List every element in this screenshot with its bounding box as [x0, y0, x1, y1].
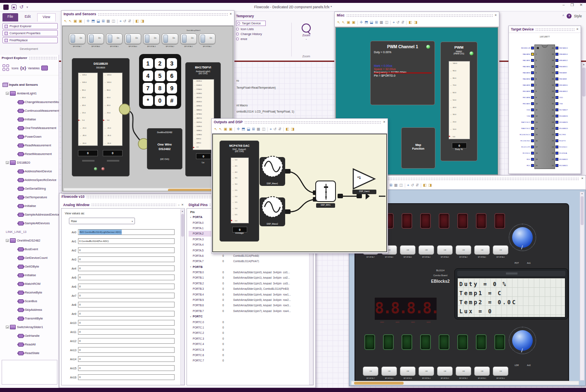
porta-toggle-button[interactable]: Off: [400, 245, 416, 255]
tree-item[interactable]: ReadAll: [0, 340, 59, 349]
tree-item[interactable]: SwitchArraySlider1: [0, 323, 59, 331]
tree-item[interactable]: OneTimeMeasurement: [0, 124, 59, 132]
panel-toolbar-icon[interactable]: ⇵: [128, 19, 131, 23]
digital-pin-row[interactable]: ▾ PORTB.1 0 SwitchArraySlider1(pin1), ke…: [189, 275, 313, 280]
chip-pin[interactable]: RE1/AN6 9: [510, 94, 539, 101]
chip-pin[interactable]: 29 RD6/AN26: [550, 113, 581, 119]
channel-value-input[interactable]: 0: [78, 302, 175, 307]
portb-toggle-button[interactable]: Off: [493, 366, 508, 376]
channel-value-input[interactable]: 0: [78, 374, 175, 380]
tree-item[interactable]: ReceiveByte: [0, 288, 59, 297]
panel-toolbar-icon[interactable]: ⇵: [401, 21, 404, 24]
board-horizontal-scrollbar[interactable]: [351, 381, 579, 385]
tree-item[interactable]: GetTemperature: [0, 193, 59, 202]
channel-value-input[interactable]: 0: [78, 365, 175, 371]
tree-item[interactable]: MatchROM: [0, 279, 59, 288]
keypad-key[interactable]: 3: [167, 58, 177, 69]
porta-toggle-button[interactable]: Off: [474, 245, 490, 255]
panel-toolbar-icon[interactable]: |: [421, 183, 422, 187]
channel-value-input[interactable]: 0: [78, 265, 175, 271]
panel-toolbar-icon[interactable]: ✛: [237, 127, 240, 131]
panel-toolbar-icon[interactable]: ⇵: [278, 127, 281, 131]
tree-item[interactable]: LINK_LINE_13: [0, 228, 59, 236]
digital-pin-row[interactable]: ▾ PORTC.0 0: [189, 319, 313, 324]
panel-toolbar-icon[interactable]: ▣: [229, 127, 233, 131]
channel-value-input[interactable]: 0: [78, 293, 175, 298]
panel-toolbar-icon[interactable]: ▦: [380, 21, 383, 24]
dsp-wave2-component[interactable]: DSP_Wave2: [260, 197, 285, 226]
portb-toggle-button[interactable]: Off: [400, 366, 416, 376]
panel-toolbar-icon[interactable]: ◫: [399, 183, 403, 187]
panel-toolbar-icon[interactable]: ◧: [135, 19, 139, 23]
ribbon-button[interactable]: Project Explorer: [2, 23, 58, 29]
chip-pin[interactable]: 24 RC5/SDO: [550, 144, 581, 150]
digital-pin-row[interactable]: ▾ PORTC.5 0: [189, 347, 313, 352]
tree-item[interactable]: ContinuousMeasurement: [0, 106, 59, 115]
toggle-switch[interactable]: On: [199, 33, 215, 44]
channel-value-input[interactable]: 0: [78, 347, 175, 353]
switch-lever[interactable]: [145, 35, 149, 43]
tree-item[interactable]: Inputs and Sensors: [0, 80, 59, 89]
portb-toggle-button[interactable]: Off: [437, 366, 453, 376]
view-mode-dropdown[interactable]: Raw ▾: [69, 218, 135, 224]
toggle-switch[interactable]: On: [69, 33, 85, 44]
chip-pin[interactable]: RC1/SOSCI 16: [510, 138, 539, 144]
tree-item[interactable]: Initialise: [0, 271, 59, 279]
digital-pin-row[interactable]: ▾ PORTC.4 0: [189, 341, 313, 347]
portb-toggle-button[interactable]: Off: [381, 366, 397, 376]
chip-pin[interactable]: RC0/SOSCO 15: [510, 131, 539, 138]
dsp-mixer-component[interactable]: DSP_MIX1: [315, 181, 336, 208]
ribbon-tab[interactable]: View: [37, 13, 55, 21]
close-icon[interactable]: ✕: [383, 120, 385, 124]
tree-item[interactable]: Initialise: [0, 202, 59, 210]
chip-pin[interactable]: RC3/SCL 18: [510, 150, 539, 156]
digital-pin-row[interactable]: ▾ PORTC.3 0: [189, 336, 313, 341]
keypad-key[interactable]: 4: [143, 70, 153, 81]
panel-drag-dots[interactable]: [98, 13, 228, 16]
panel-toolbar-icon[interactable]: |: [117, 19, 118, 23]
minimize-button[interactable]: ‒: [562, 3, 565, 7]
chip-pin[interactable]: 40 RB7/AN13: [550, 45, 581, 51]
keypad-key[interactable]: #: [167, 95, 177, 106]
variables-label[interactable]: Variables: [28, 67, 40, 70]
panel-toolbar-icon[interactable]: ↖: [219, 127, 222, 131]
panel-toolbar-icon[interactable]: ⌖: [407, 183, 409, 187]
chip-icon[interactable]: [41, 66, 48, 70]
porta-toggle-button[interactable]: Off: [418, 245, 434, 255]
tree-expander-icon[interactable]: [6, 161, 9, 164]
chip-pin[interactable]: RE3/MCLR 1: [510, 45, 539, 51]
pot-knob[interactable]: [509, 224, 536, 251]
digital-pin-row[interactable]: ▾ PORTB.2 0 SwitchArraySlider1(pin2), ke…: [189, 281, 313, 286]
panel-toolbar-icon[interactable]: |: [390, 21, 391, 24]
panel-drag-dots[interactable]: [244, 121, 381, 124]
panel-toolbar-icon[interactable]: ✛: [360, 21, 363, 24]
close-icon[interactable]: ✕: [229, 12, 232, 16]
chip-pin[interactable]: RA6/OSC2 14: [510, 125, 539, 131]
panel-toolbar-icon[interactable]: ◧: [423, 183, 427, 187]
chip-pin[interactable]: RA3/AN3 5: [510, 70, 539, 76]
panel-toolbar-icon[interactable]: |: [283, 127, 284, 131]
toggle-switch[interactable]: On: [180, 33, 197, 44]
digital-pin-row[interactable]: ▾ PORTB.4 0 SwitchArraySlider1(pin4), ke…: [189, 291, 313, 297]
channel-value-input[interactable]: 0: [78, 356, 175, 362]
tree-item[interactable]: Initialise: [0, 115, 59, 124]
panel-toolbar-icon[interactable]: |: [267, 127, 268, 131]
toggle-switch[interactable]: On: [125, 33, 141, 44]
panel-toolbar-icon[interactable]: ▣: [224, 127, 227, 131]
switch-lever[interactable]: [201, 35, 205, 43]
chip-pin[interactable]: 22 RD3/AN22: [550, 156, 581, 162]
chip-pin[interactable]: 31 VSS: [550, 101, 581, 107]
panel-toolbar-icon[interactable]: |: [133, 19, 134, 23]
panel-toolbar-icon[interactable]: |: [234, 127, 235, 131]
toggle-switch[interactable]: On: [106, 33, 123, 44]
ribbon-button[interactable]: Component Properties: [2, 30, 58, 36]
switch-lever[interactable]: [126, 35, 131, 43]
tree-item[interactable]: ReadMeasurement: [0, 141, 59, 150]
portb-toggle-button[interactable]: Off: [474, 366, 490, 376]
tree-item[interactable]: GetHandle: [0, 331, 59, 340]
panel-drag-dots[interactable]: [535, 28, 574, 31]
view-toggle-item[interactable]: Target Device: [236, 21, 266, 26]
panel-toolbar-icon[interactable]: ⌖: [270, 127, 272, 131]
panel-drag-dots[interactable]: [346, 14, 493, 17]
panel-toolbar-icon[interactable]: ↖: [214, 127, 217, 131]
